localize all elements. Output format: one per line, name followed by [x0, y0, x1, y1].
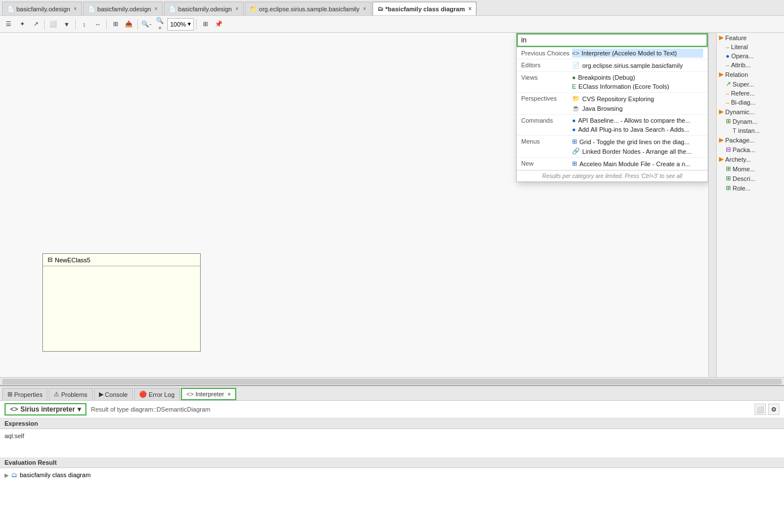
canvas[interactable]: ⊟ NewEClass5 Previous Choices<>Interpret… [0, 33, 708, 377]
tab-2-label: basicfamily.odesign [97, 6, 151, 12]
toolbar-btn-3[interactable]: ↗ [29, 18, 42, 31]
tree-item-icon: – [726, 62, 729, 68]
qa-item[interactable]: ●API Baseline... - Allows to compare the… [572, 116, 703, 125]
tree-item-text: Dynamic... [725, 109, 755, 115]
console-icon: ▶ [99, 391, 103, 398]
tab-1[interactable]: 📄 basicfamily.odesign × [2, 2, 82, 15]
qa-category-row: Previous Choices<>Interpreter (Acceleo M… [517, 47, 708, 59]
interpreter-settings-btn[interactable]: ⚙ [768, 404, 779, 415]
toolbar-sep-2 [75, 19, 76, 29]
qa-items: 📄org.eclipse.sirius.sample.basicfamily [572, 60, 703, 70]
class-node[interactable]: ⊟ NewEClass5 [42, 253, 201, 352]
qa-item[interactable]: 📁CVS Repository Exploring [572, 94, 703, 103]
toolbar-sep-3 [106, 19, 107, 29]
tab-5[interactable]: 🗂 *basicfamily class diagram × [372, 2, 477, 15]
right-panel: ▶Feature–Literal●Opera...–Attrib...▶Rela… [716, 33, 784, 377]
toolbar-btn-4[interactable]: ⬜ [47, 18, 59, 31]
right-panel-vscroll[interactable] [708, 33, 716, 377]
qa-item[interactable]: ⊞Grid - Toggle the grid lines on the dia… [572, 137, 703, 146]
toolbar-btn-7[interactable]: ↔ [92, 18, 104, 31]
tree-item-text: Super... [733, 81, 754, 88]
qa-item[interactable]: 📄org.eclipse.sirius.sample.basicfamily [572, 60, 703, 70]
tree-item: ⊞Dynam... [717, 116, 784, 126]
toolbar-arrange[interactable]: ⊞ [109, 18, 122, 31]
tree-item-icon: ▶ [719, 108, 724, 115]
interpreter-tab-close[interactable]: × [227, 391, 231, 397]
qa-footer: Results per category are limited. Press … [517, 170, 708, 181]
qa-item-text: Breakpoints (Debug) [578, 74, 635, 81]
tab-3-icon: 📄 [169, 6, 176, 12]
bottom-tab-properties[interactable]: ⊞ Properties [2, 388, 47, 400]
interpreter-btn-icon: <> [10, 405, 18, 413]
interpreter-btn-label: Sirius interpreter [20, 405, 75, 413]
qa-category-row: Commands●API Baseline... - Allows to com… [517, 115, 708, 136]
qa-item[interactable]: ●Breakpoints (Debug) [572, 73, 703, 82]
toolbar-btn-5[interactable]: ▼ [60, 18, 73, 31]
bottom-tab-errorlog[interactable]: 🔴 Error Log [134, 388, 180, 400]
qa-item-icon: ● [572, 74, 576, 81]
properties-icon: ⊞ [7, 391, 12, 398]
interpreter-bar: <> Sirius interpreter ▾ Result of type d… [0, 401, 784, 418]
qa-item-text: Java Browsing [582, 105, 623, 112]
tab-2-close[interactable]: × [154, 6, 158, 12]
toolbar-zoom-out[interactable]: 🔍- [140, 18, 153, 31]
toolbar-sep-5 [196, 19, 197, 29]
tab-5-icon: 🗂 [378, 6, 383, 12]
qa-item[interactable]: ●Add All Plug-ins to Java Search - Adds.… [572, 125, 703, 134]
tree-item-text: Role... [733, 185, 751, 192]
tab-3-close[interactable]: × [235, 6, 239, 12]
qa-item-icon: ⊞ [572, 160, 577, 167]
class-name: NewEClass5 [55, 257, 90, 263]
tree-item-icon: ⊞ [726, 184, 731, 192]
expression-area[interactable]: aql:self [0, 429, 784, 457]
tree-item: ▶Relation [717, 70, 784, 79]
tree-item: Tinstan... [717, 126, 784, 135]
tab-1-label: basicfamily.odesign [16, 6, 70, 12]
tab-4-close[interactable]: × [363, 6, 366, 12]
expression-section-header: Expression [0, 418, 784, 429]
qa-item[interactable]: <>Interpreter (Acceleo Model to Text) [572, 49, 703, 58]
toolbar-btn-snap[interactable]: 📌 [213, 18, 225, 31]
tree-item-text: Refere... [731, 90, 755, 97]
qa-category-row: Views●Breakpoints (Debug)EEClass Informa… [517, 72, 708, 93]
sirius-interpreter-btn[interactable]: <> Sirius interpreter ▾ [5, 403, 86, 416]
toolbar-btn-grid[interactable]: ⊞ [199, 18, 211, 31]
h-scrollbar[interactable] [0, 377, 784, 385]
bottom-tab-console[interactable]: ▶ Console [94, 388, 133, 400]
eval-expand-arrow[interactable]: ▶ [5, 472, 9, 478]
tab-3[interactable]: 📄 basicfamily.odesign × [164, 2, 244, 15]
eval-row: ▶ 🗂 basicfamily class diagram [5, 470, 779, 479]
tree-item-icon: ⊟ [726, 146, 731, 153]
toolbar-btn-1[interactable]: ☰ [2, 18, 15, 31]
quick-access-popup: Previous Choices<>Interpreter (Acceleo M… [516, 33, 708, 182]
tree-item: ⊟Packa... [717, 145, 784, 154]
qa-item[interactable]: ☕Java Browsing [572, 103, 703, 113]
toolbar-zoom-in[interactable]: 🔍+ [154, 18, 166, 31]
tab-2[interactable]: 📄 basicfamily.odesign × [83, 2, 163, 15]
bottom-tab-interpreter[interactable]: <> Interpreter × [181, 388, 236, 400]
qa-category-label: New [521, 159, 572, 167]
toolbar-export[interactable]: 📤 [123, 18, 135, 31]
tree-item-icon: ▶ [719, 155, 724, 163]
qa-items: ⊞Acceleo Main Module File - Create a n..… [572, 159, 703, 168]
interpreter-copy-btn[interactable]: ⬜ [755, 404, 766, 415]
quick-access-search[interactable] [517, 33, 708, 47]
toolbar-zoom-dropdown[interactable]: 100% ▾ [167, 18, 194, 31]
bottom-tab-problems[interactable]: ⚠ Problems [49, 388, 92, 400]
tab-5-close[interactable]: × [468, 6, 471, 12]
toolbar-btn-2[interactable]: ✦ [16, 18, 28, 31]
qa-items: 📁CVS Repository Exploring☕Java Browsing [572, 94, 703, 113]
qa-item-text: Interpreter (Acceleo Model to Text) [582, 50, 677, 57]
qa-item[interactable]: ⊞Acceleo Main Module File - Create a n..… [572, 159, 703, 168]
qa-item-text: Add All Plug-ins to Java Search - Adds..… [578, 126, 690, 133]
tree-item-icon: ⊞ [726, 118, 731, 125]
qa-item-text: Acceleo Main Module File - Create a n... [579, 161, 690, 167]
tree-item-text: Relation [725, 71, 748, 78]
tab-1-close[interactable]: × [73, 6, 77, 12]
qa-item[interactable]: EEClass Information (Ecore Tools) [572, 82, 703, 91]
qa-item-text: CVS Repository Exploring [582, 96, 654, 102]
qa-item[interactable]: 🔗Linked Border Nodes - Arrange all the..… [572, 146, 703, 156]
tree-item-icon: ▶ [719, 71, 724, 78]
tab-4[interactable]: 📁 org.eclipse.sirius.sample.basicfamily … [245, 2, 371, 15]
toolbar-btn-6[interactable]: ↕ [78, 18, 90, 31]
